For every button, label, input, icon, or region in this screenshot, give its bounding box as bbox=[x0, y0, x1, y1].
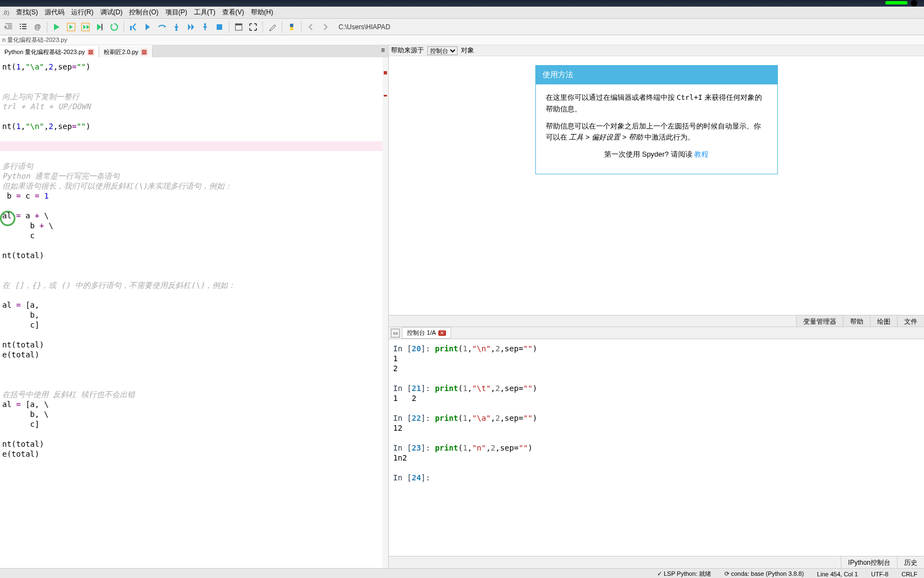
console-bottom-tabs: IPython控制台 历史 bbox=[389, 556, 924, 568]
console-expand-icon[interactable]: ▭ bbox=[391, 329, 400, 338]
menu-project[interactable]: 项目(P) bbox=[162, 7, 191, 18]
toolbar-debug-step-over-icon[interactable] bbox=[155, 20, 169, 34]
toolbar-back-icon[interactable] bbox=[304, 20, 318, 34]
menu-source[interactable]: 源代码 bbox=[41, 7, 68, 18]
tab-file-1[interactable]: Python 量化编程基础-2023.py ⊠ bbox=[0, 45, 99, 57]
help-pane: 使用方法 在这里你可以通过在编辑器或者终端中按 Ctrl+I 来获得任何对象的帮… bbox=[389, 56, 924, 315]
help-header: 帮助来源于 控制台 对象 bbox=[389, 45, 924, 56]
menu-tools[interactable]: 工具(T) bbox=[191, 7, 219, 18]
window-titlebar bbox=[0, 0, 924, 7]
tab-label: Python 量化编程基础-2023.py bbox=[4, 48, 85, 56]
menu-view[interactable]: 查看(V) bbox=[219, 7, 248, 18]
toolbar-debug-run-icon[interactable] bbox=[141, 20, 154, 34]
status-conda[interactable]: ⟳ conda: base (Python 3.8.8) bbox=[722, 570, 806, 577]
toolbar-forward-icon[interactable] bbox=[319, 20, 332, 34]
right-pane: 帮助来源于 控制台 对象 使用方法 在这里你可以通过在编辑器或者终端中按 Ctr… bbox=[389, 45, 924, 568]
toolbar-fullscreen-icon[interactable] bbox=[246, 20, 260, 34]
close-icon[interactable]: ⊠ bbox=[141, 49, 148, 56]
tab-variable-explorer[interactable]: 变量管理器 bbox=[796, 315, 843, 327]
toolbar-debug-continue-icon[interactable] bbox=[184, 20, 197, 34]
tab-ipython-console[interactable]: IPython控制台 bbox=[841, 556, 897, 568]
toolbar-run-icon[interactable] bbox=[50, 20, 63, 34]
help-source-select[interactable]: 控制台 bbox=[427, 46, 458, 55]
toolbar-at-icon[interactable]: @ bbox=[31, 20, 44, 34]
menu-console[interactable]: 控制台(O) bbox=[126, 7, 162, 18]
svg-point-5 bbox=[204, 23, 206, 25]
svg-rect-8 bbox=[235, 24, 242, 25]
help-object-label: 对象 bbox=[461, 46, 474, 55]
help-box-title: 使用方法 bbox=[536, 66, 777, 84]
toolbar-run-cell-icon[interactable] bbox=[65, 20, 78, 34]
editor-gutter[interactable] bbox=[383, 57, 388, 568]
close-icon[interactable]: ✕ bbox=[438, 330, 446, 336]
toolbar-run-selection-icon[interactable] bbox=[93, 20, 106, 34]
console-tabs: ▭ 控制台 1/A ✕ bbox=[389, 327, 924, 339]
toolbar-python-icon[interactable] bbox=[285, 20, 298, 34]
help-box: 使用方法 在这里你可以通过在编辑器或者终端中按 Ctrl+I 来获得任何对象的帮… bbox=[535, 65, 778, 174]
status-eol: CRLF bbox=[899, 571, 920, 577]
toolbar-rerun-icon[interactable] bbox=[108, 20, 121, 34]
statusbar: ✓ LSP Python: 就绪 ⟳ conda: base (Python 3… bbox=[0, 568, 924, 578]
tab-help[interactable]: 帮助 bbox=[843, 315, 870, 327]
svg-rect-6 bbox=[217, 24, 222, 30]
help-text-2: 帮助信息可以在一个对象之后加上一个左圆括号的时候自动显示。你可以在 工具 > 偏… bbox=[546, 121, 767, 144]
tab-history[interactable]: 历史 bbox=[897, 556, 924, 568]
tab-label: 粉刷匠2.0.py bbox=[104, 48, 138, 56]
svg-point-4 bbox=[175, 29, 178, 31]
window-dot bbox=[911, 0, 917, 7]
toolbar: @ C:\Users\HIAPAD bbox=[0, 19, 924, 35]
console-output[interactable]: In [20]: print(1,"\n",2,sep="")12 In [21… bbox=[389, 339, 924, 556]
help-source-label: 帮助来源于 bbox=[391, 46, 424, 55]
menu-find[interactable]: 查找(S) bbox=[13, 7, 41, 18]
menu-run[interactable]: 运行(R) bbox=[68, 7, 97, 18]
help-text-1: 在这里你可以通过在编辑器或者终端中按 Ctrl+I 来获得任何对象的帮助信息。 bbox=[546, 92, 767, 115]
menu-help[interactable]: 帮助(H) bbox=[248, 7, 277, 18]
toolbar-debug-step-in-icon[interactable] bbox=[170, 20, 183, 34]
svg-rect-3 bbox=[130, 26, 132, 30]
toolbar-unindent-icon[interactable] bbox=[2, 20, 15, 34]
tab-options-icon[interactable]: ≡ bbox=[378, 45, 388, 57]
svg-rect-2 bbox=[101, 24, 103, 30]
breadcrumb: n 量化编程基础-2023.py bbox=[0, 35, 924, 45]
status-position: Line 454, Col 1 bbox=[815, 571, 860, 577]
editor-pane: Python 量化编程基础-2023.py ⊠ 粉刷匠2.0.py ⊠ ≡ nt… bbox=[0, 45, 389, 568]
tab-file-2[interactable]: 粉刷匠2.0.py ⊠ bbox=[99, 45, 153, 57]
toolbar-run-cell-advance-icon[interactable] bbox=[79, 20, 92, 34]
toolbar-debug-stop-icon[interactable] bbox=[213, 20, 226, 34]
progress-indicator bbox=[885, 1, 907, 4]
working-directory-path[interactable]: C:\Users\HIAPAD bbox=[339, 23, 390, 31]
toolbar-debug-step-out-icon[interactable] bbox=[198, 20, 212, 34]
editor-tabs: Python 量化编程基础-2023.py ⊠ 粉刷匠2.0.py ⊠ ≡ bbox=[0, 45, 388, 57]
help-footer: 第一次使用 Spyder? 请阅读 教程 bbox=[546, 149, 767, 160]
title-fragment: .8) bbox=[2, 9, 13, 16]
tab-files[interactable]: 文件 bbox=[897, 315, 924, 327]
console-pane: ▭ 控制台 1/A ✕ In [20]: print(1,"\n",2,sep=… bbox=[389, 327, 924, 568]
help-pane-tabs: 变量管理器 帮助 绘图 文件 bbox=[389, 315, 924, 327]
console-tab-1[interactable]: 控制台 1/A ✕ bbox=[402, 327, 451, 339]
close-icon[interactable]: ⊠ bbox=[87, 49, 94, 56]
menu-debug[interactable]: 调试(D) bbox=[97, 7, 126, 18]
toolbar-list-icon[interactable] bbox=[17, 20, 30, 34]
status-encoding: UTF-8 bbox=[869, 571, 890, 577]
tab-plot[interactable]: 绘图 bbox=[870, 315, 897, 327]
toolbar-maximize-icon[interactable] bbox=[232, 20, 245, 34]
toolbar-preferences-icon[interactable] bbox=[266, 20, 279, 34]
status-lsp: ✓ LSP Python: 就绪 bbox=[655, 570, 713, 578]
toolbar-debug-step-icon[interactable] bbox=[127, 20, 140, 34]
menubar: .8) 查找(S) 源代码 运行(R) 调试(D) 控制台(O) 项目(P) 工… bbox=[0, 7, 924, 19]
tutorial-link[interactable]: 教程 bbox=[694, 150, 708, 158]
code-editor[interactable]: nt(1,"\a",2,sep="") 向上与向下复制一整行 trl + Alt… bbox=[0, 57, 388, 568]
console-tab-label: 控制台 1/A bbox=[407, 329, 436, 337]
